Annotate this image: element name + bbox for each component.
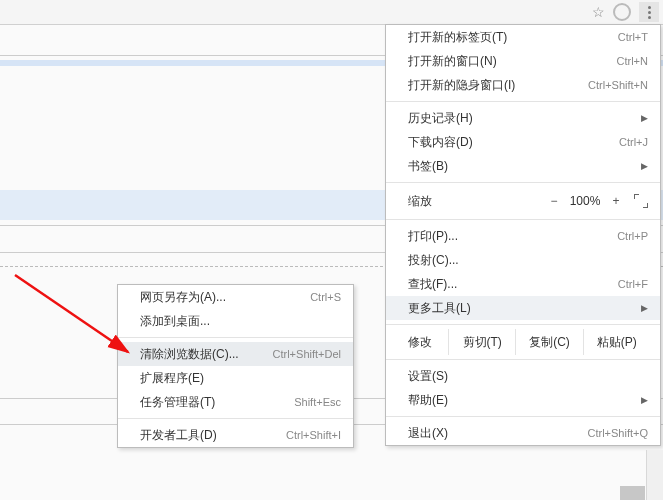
chevron-right-icon: ▶ [641,303,648,313]
label: 网页另存为(A)... [140,289,310,306]
label: 查找(F)... [408,276,618,293]
separator [386,324,660,325]
shortcut: Ctrl+N [617,55,648,67]
shortcut: Shift+Esc [294,396,341,408]
separator [386,182,660,183]
menu-settings[interactable]: 设置(S) [386,364,660,388]
shortcut: Ctrl+F [618,278,648,290]
submenu-save-as[interactable]: 网页另存为(A)... Ctrl+S [118,285,353,309]
menu-help[interactable]: 帮助(E) ▶ [386,388,660,412]
edit-label: 修改 [408,334,448,351]
submenu-dev-tools[interactable]: 开发者工具(D) Ctrl+Shift+I [118,423,353,447]
label: 下载内容(D) [408,134,619,151]
toolbar: ☆ [0,0,663,25]
edit-paste[interactable]: 粘贴(P) [583,329,650,355]
separator [118,337,353,338]
zoom-out-button[interactable]: − [544,194,564,208]
scrollbar-vertical[interactable] [646,450,663,500]
label: 任务管理器(T) [140,394,294,411]
shortcut: Ctrl+J [619,136,648,148]
profile-icon[interactable] [613,3,631,21]
label: 开发者工具(D) [140,427,286,444]
menu-cast[interactable]: 投射(C)... [386,248,660,272]
shortcut: Ctrl+S [310,291,341,303]
more-tools-submenu: 网页另存为(A)... Ctrl+S 添加到桌面... 清除浏览数据(C)...… [117,284,354,448]
edit-copy[interactable]: 复制(C) [515,329,582,355]
edit-cut[interactable]: 剪切(T) [448,329,515,355]
label: 打开新的隐身窗口(I) [408,77,588,94]
label: 添加到桌面... [140,313,341,330]
menu-downloads[interactable]: 下载内容(D) Ctrl+J [386,130,660,154]
separator [386,219,660,220]
menu-new-tab[interactable]: 打开新的标签页(T) Ctrl+T [386,25,660,49]
zoom-value: 100% [564,194,606,208]
label: 帮助(E) [408,392,635,409]
separator [386,416,660,417]
submenu-extensions[interactable]: 扩展程序(E) [118,366,353,390]
menu-incognito[interactable]: 打开新的隐身窗口(I) Ctrl+Shift+N [386,73,660,97]
label: 清除浏览数据(C)... [140,346,273,363]
menu-more-tools[interactable]: 更多工具(L) ▶ [386,296,660,320]
chevron-right-icon: ▶ [641,113,648,123]
chevron-right-icon: ▶ [641,161,648,171]
label: 历史记录(H) [408,110,635,127]
fullscreen-icon[interactable] [634,194,648,208]
label: 打开新的窗口(N) [408,53,617,70]
main-menu: 打开新的标签页(T) Ctrl+T 打开新的窗口(N) Ctrl+N 打开新的隐… [385,24,661,446]
menu-zoom-row: 缩放 − 100% + [386,187,660,215]
shortcut: Ctrl+Shift+N [588,79,648,91]
label: 设置(S) [408,368,648,385]
zoom-in-button[interactable]: + [606,194,626,208]
menu-find[interactable]: 查找(F)... Ctrl+F [386,272,660,296]
menu-exit[interactable]: 退出(X) Ctrl+Shift+Q [386,421,660,445]
bookmark-star-icon[interactable]: ☆ [592,4,605,20]
shortcut: Ctrl+Shift+I [286,429,341,441]
shortcut: Ctrl+T [618,31,648,43]
menu-bookmarks[interactable]: 书签(B) ▶ [386,154,660,178]
menu-new-window[interactable]: 打开新的窗口(N) Ctrl+N [386,49,660,73]
scrollbar-thumb[interactable] [620,486,645,500]
menu-history[interactable]: 历史记录(H) ▶ [386,106,660,130]
separator [386,359,660,360]
label: 退出(X) [408,425,587,442]
zoom-label: 缩放 [408,193,544,210]
chevron-right-icon: ▶ [641,395,648,405]
shortcut: Ctrl+Shift+Q [587,427,648,439]
shortcut: Ctrl+Shift+Del [273,348,341,360]
page-root: ☆ 打开新的标签页(T) Ctrl+T 打开新的窗口(N) Ctrl+N 打开新… [0,0,663,500]
menu-edit-row: 修改 剪切(T) 复制(C) 粘贴(P) [386,329,660,355]
separator [118,418,353,419]
menu-print[interactable]: 打印(P)... Ctrl+P [386,224,660,248]
label: 打印(P)... [408,228,617,245]
label: 更多工具(L) [408,300,635,317]
label: 扩展程序(E) [140,370,341,387]
shortcut: Ctrl+P [617,230,648,242]
menu-kebab-icon[interactable] [639,2,659,22]
submenu-add-to-desktop[interactable]: 添加到桌面... [118,309,353,333]
svg-line-0 [15,275,128,352]
submenu-task-manager[interactable]: 任务管理器(T) Shift+Esc [118,390,353,414]
label: 投射(C)... [408,252,648,269]
submenu-clear-browsing-data[interactable]: 清除浏览数据(C)... Ctrl+Shift+Del [118,342,353,366]
separator [386,101,660,102]
label: 书签(B) [408,158,635,175]
label: 打开新的标签页(T) [408,29,618,46]
